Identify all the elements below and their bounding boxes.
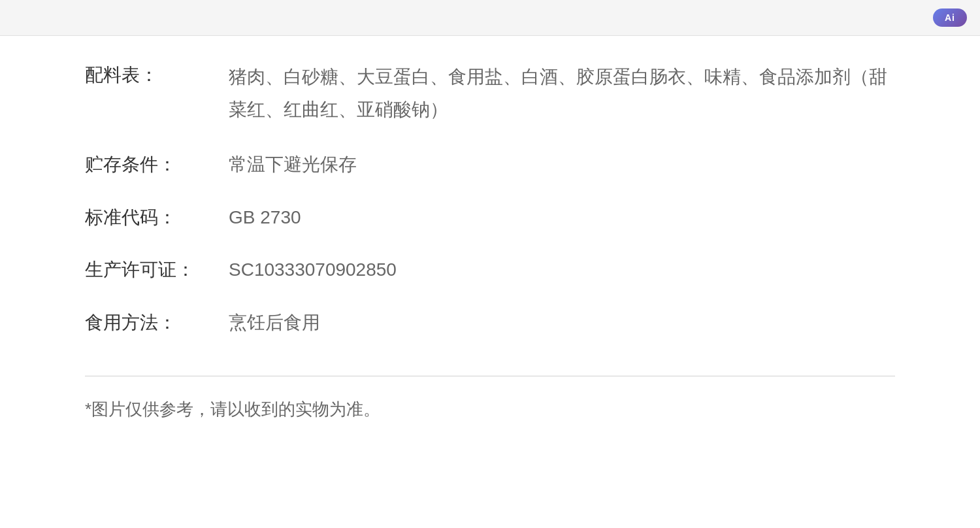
consumption-method-value: 烹饪后食用 [229,308,895,338]
ingredients-label: 配料表： [85,61,229,90]
table-row: 配料表： 猪肉、白砂糖、大豆蛋白、食用盐、白酒、胶原蛋白肠衣、味精、食品添加剂（… [85,49,895,139]
production-license-label: 生产许可证： [85,256,229,285]
storage-label: 贮存条件： [85,150,229,180]
table-row: 生产许可证： SC10333070902850 [85,244,895,297]
top-bar: Ai [0,0,980,36]
ingredients-value: 猪肉、白砂糖、大豆蛋白、食用盐、白酒、胶原蛋白肠衣、味精、食品添加剂（甜菜红、红… [229,61,895,127]
main-content: 配料表： 猪肉、白砂糖、大豆蛋白、食用盐、白酒、胶原蛋白肠衣、味精、食品添加剂（… [0,36,980,443]
table-row: 标准代码： GB 2730 [85,191,895,244]
standard-code-label: 标准代码： [85,203,229,233]
production-license-value: SC10333070902850 [229,256,895,285]
table-row: 食用方法： 烹饪后食用 [85,297,895,350]
product-table: 配料表： 猪肉、白砂糖、大豆蛋白、食用盐、白酒、胶原蛋白肠衣、味精、食品添加剂（… [85,49,895,350]
consumption-method-label: 食用方法： [85,308,229,338]
standard-code-value: GB 2730 [229,203,895,233]
storage-value: 常温下避光保存 [229,150,895,180]
disclaimer-text: *图片仅供参考，请以收到的实物为准。 [85,396,895,443]
page-container: Ai 配料表： 猪肉、白砂糖、大豆蛋白、食用盐、白酒、胶原蛋白肠衣、味精、食品添… [0,0,980,528]
table-row: 贮存条件： 常温下避光保存 [85,139,895,191]
ai-badge[interactable]: Ai [933,8,967,27]
section-divider [85,376,895,376]
